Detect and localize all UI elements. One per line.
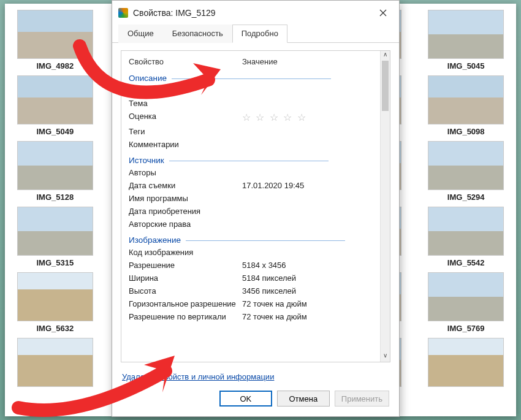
- apply-button[interactable]: Применить: [335, 391, 389, 407]
- tab-bar: Общие Безопасность Подробно: [112, 24, 399, 43]
- header-property: Свойство: [129, 57, 242, 66]
- thumbnail-label: IMG_5098: [420, 127, 511, 136]
- prop-label: Авторы: [129, 168, 242, 177]
- prop-label: Горизонтальное разрешение: [129, 299, 242, 308]
- prop-value: 5184 x 3456: [242, 261, 286, 270]
- titlebar[interactable]: Свойства: IMG_5129: [112, 1, 399, 24]
- close-icon: [379, 9, 387, 17]
- column-headers: Свойство Значение: [127, 55, 380, 69]
- properties-dialog: Свойства: IMG_5129 Общие Безопасность По…: [112, 0, 400, 417]
- thumbnail-label: IMG_5315: [10, 258, 101, 267]
- dialog-buttons: OK Отмена Применить: [112, 382, 399, 416]
- thumbnail[interactable]: IMG_5315: [10, 207, 101, 267]
- prop-label: Высота: [129, 286, 242, 296]
- prop-label: Ширина: [129, 273, 242, 283]
- section-image: Изображение: [127, 231, 380, 246]
- prop-value: 72 точек на дюйм: [242, 312, 307, 321]
- ok-button[interactable]: OK: [219, 391, 272, 407]
- thumbnail[interactable]: [10, 338, 101, 389]
- thumbnail[interactable]: IMG_5294: [420, 141, 511, 202]
- prop-label: Разрешение по вертикали: [129, 312, 242, 321]
- prop-value: 5184 пикселей: [242, 273, 296, 283]
- prop-label: Код изображения: [129, 248, 242, 257]
- scrollbar[interactable]: ∧ ∨: [380, 51, 390, 362]
- prop-value[interactable]: 17.01.2020 19:45: [242, 181, 304, 190]
- cancel-button[interactable]: Отмена: [277, 391, 330, 407]
- thumbnail[interactable]: IMG_5045: [420, 10, 511, 71]
- remove-properties-link[interactable]: Удаление свойств и личной информации: [122, 372, 274, 381]
- prop-label: Название: [129, 86, 242, 95]
- prop-label: Дата приобретения: [129, 207, 242, 216]
- rating-stars[interactable]: ☆ ☆ ☆ ☆ ☆: [242, 112, 307, 123]
- scroll-up-icon[interactable]: ∧: [381, 51, 390, 61]
- thumbnail-label: IMG_5045: [420, 61, 511, 71]
- close-button[interactable]: [373, 6, 393, 20]
- scrollbar-thumb[interactable]: [382, 61, 389, 111]
- size-tag: МБ: [16, 403, 27, 411]
- prop-value: 3456 пикселей: [242, 286, 296, 296]
- prop-label: Авторские права: [129, 220, 242, 229]
- thumbnail-label: IMG_5128: [10, 193, 101, 202]
- prop-label: Теги: [129, 127, 242, 136]
- section-description: Описание: [127, 69, 380, 84]
- properties-panel: Свойство Значение Описание Название Тема…: [121, 50, 390, 362]
- image-icon: [118, 8, 128, 18]
- thumbnail[interactable]: IMG_5128: [10, 141, 101, 202]
- prop-label: Разрешение: [129, 261, 242, 270]
- prop-value: 72 точек на дюйм: [242, 299, 307, 308]
- header-value: Значение: [242, 57, 278, 66]
- thumbnail[interactable]: IMG_5769: [420, 272, 511, 333]
- tab-details[interactable]: Подробно: [232, 25, 287, 43]
- thumbnail-label: IMG_5769: [420, 324, 511, 333]
- thumbnail-label: IMG_5049: [10, 127, 101, 136]
- thumbnail-label: IMG_5542: [420, 258, 511, 267]
- prop-label: Тема: [129, 99, 242, 108]
- thumbnail[interactable]: IMG_5632: [10, 272, 101, 333]
- tab-general[interactable]: Общие: [118, 25, 163, 43]
- thumbnail[interactable]: [420, 338, 511, 389]
- thumbnail-label: IMG_4982: [10, 61, 101, 71]
- prop-label: Имя программы: [129, 194, 242, 203]
- thumbnail[interactable]: IMG_5049: [10, 75, 101, 136]
- prop-label: Дата съемки: [129, 181, 242, 190]
- thumbnail[interactable]: IMG_5542: [420, 207, 511, 267]
- thumbnail[interactable]: IMG_5098: [420, 75, 511, 136]
- thumbnail[interactable]: IMG_4982: [10, 10, 101, 71]
- section-source: Источник: [127, 151, 380, 166]
- tab-security[interactable]: Безопасность: [163, 25, 232, 43]
- thumbnail-label: IMG_5294: [420, 193, 511, 202]
- prop-label: Оценка: [129, 112, 242, 123]
- scroll-down-icon[interactable]: ∨: [381, 352, 390, 362]
- prop-label: Комментарии: [129, 140, 242, 149]
- dialog-title: Свойства: IMG_5129: [133, 8, 216, 18]
- thumbnail-label: IMG_5632: [10, 324, 101, 333]
